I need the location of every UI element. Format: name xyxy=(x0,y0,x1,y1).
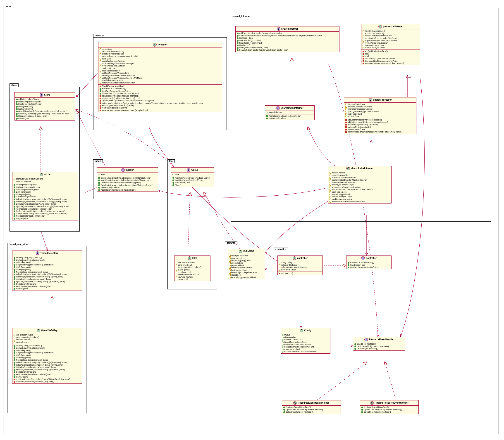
class-title: cache xyxy=(44,173,50,176)
package-reflector-label: reflector xyxy=(93,34,106,37)
package-cache-label: cache xyxy=(3,5,13,8)
class-threadSafeMap: CthreadSafeMap lock sync.RWMutexitems ma… xyxy=(12,328,82,384)
class-title: Queue xyxy=(191,169,198,171)
package-tss-label: thread_safe_store xyxy=(7,243,30,246)
class-SharedInformer: ISharedInformer AddEventHandler(handler … xyxy=(235,26,339,52)
uml-canvas: 1 N cache store IStore Add(obj interface… xyxy=(0,0,504,440)
class-SharedIndexInformer: ISharedIndexInformer SharedInformer AddI… xyxy=(265,105,315,120)
package-deltafifo-label: deltafifo xyxy=(225,241,237,244)
class-Config: CConfig QueueListerWatcherProcess Proces… xyxy=(281,328,331,354)
class-Store: IStore Add(obj interface{}) errorUpdate(… xyxy=(14,92,75,121)
package-index-label: index xyxy=(93,159,103,163)
class-title: ResourceEventHandler xyxy=(369,338,394,341)
class-title: Controller xyxy=(366,257,376,259)
package-fifo-label: fifo xyxy=(168,159,175,163)
package-store-label: store xyxy=(10,83,19,87)
class-FilteringResourceEventHandler: CFilteringResourceEventHandler AddFunc f… xyxy=(360,400,419,414)
badge-interface: I xyxy=(40,93,43,97)
class-DeltaFIFO: CDeltaFIFO lock sync.RWMutexcond sync.Co… xyxy=(228,249,265,279)
class-Reflector: CReflector name stringexpectedTypeName s… xyxy=(98,42,222,112)
class-Controller: IController Run(stopCh <-chan struct{})H… xyxy=(346,256,391,269)
package-controller-label: controller xyxy=(274,248,288,251)
class-sharedIndexInformer: CsharedIndexInformer indexer Indexercont… xyxy=(328,166,391,204)
class-FIFO: CFIFO lock sync.RWMutexcond sync.Condite… xyxy=(174,256,211,281)
class-title: controller xyxy=(297,257,308,259)
class-cache: Ccache cacheStorage ThreadSafeStorekeyFu… xyxy=(12,172,78,220)
class-title: processorListener xyxy=(383,25,403,28)
class-title: threadSafeMap xyxy=(41,329,58,332)
class-title: FIFO xyxy=(192,257,197,259)
class-Queue: IQueue Store Pop(PopProcessFunc) (interf… xyxy=(171,167,214,187)
class-title: sharedProcessor xyxy=(373,98,392,101)
class-title: DeltaFIFO xyxy=(243,250,254,253)
class-processorListener: CprocessorListener nextCh chan interface… xyxy=(361,24,420,65)
class-sharedProcessor: CsharedProcessor listenersStarted boolli… xyxy=(344,97,417,134)
class-title: Config xyxy=(304,329,311,332)
class-ResourceEventHandlerFuncs: CResourceEventHandlerFuncs AddFunc func(… xyxy=(282,400,341,414)
class-ResourceEventHandler: IResourceEventHandler OnAdd(obj interfac… xyxy=(353,337,405,351)
class-title: Indexer xyxy=(126,169,134,171)
class-title: SharedInformer xyxy=(281,28,298,30)
class-title: ResourceEventHandlerFuncs xyxy=(298,401,330,404)
class-ThreadSafeStore: IThreadSafeStore Add(key string, obj int… xyxy=(12,250,82,291)
class-title: Store xyxy=(44,94,50,96)
package-si-label: shared_informer xyxy=(231,15,252,18)
methods: Add(obj interface{}) errorUpdate(obj int… xyxy=(15,98,75,120)
class-title: SharedIndexInformer xyxy=(281,107,303,109)
class-title: Reflector xyxy=(158,43,167,46)
class-title: FilteringResourceEventHandler xyxy=(374,401,408,404)
class-controller: Ccontroller config Configreflector *Refl… xyxy=(277,256,323,275)
badge-class: C xyxy=(40,173,43,176)
class-Indexer: IIndexer Store Index(indexName string, o… xyxy=(97,167,158,192)
class-title: ThreadSafeStore xyxy=(40,252,58,254)
class-title: sharedIndexInformer xyxy=(351,167,373,170)
